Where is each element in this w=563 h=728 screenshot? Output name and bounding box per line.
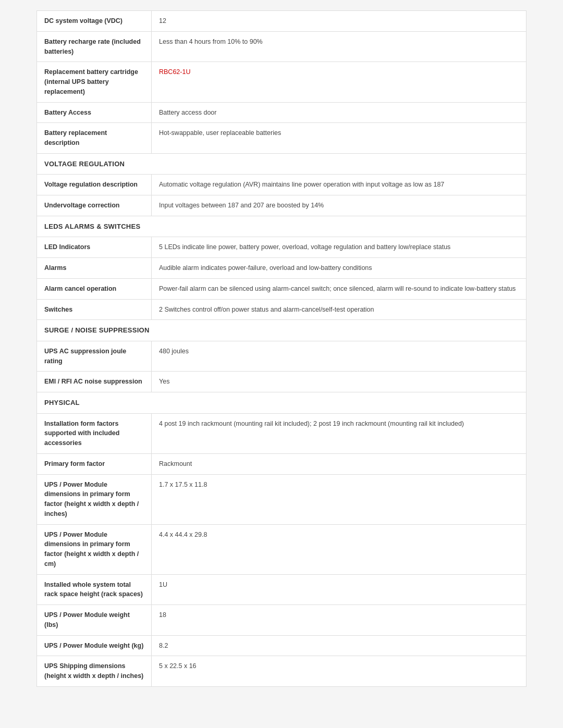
table-row: Installed whole system total rack space … [37,574,527,605]
row-value: Yes [152,372,527,392]
table-row: UPS / Power Module weight (kg)8.2 [37,635,527,656]
row-value: 12 [152,11,527,32]
row-label: Alarms [37,258,152,279]
section-header: SURGE / NOISE SUPPRESSION [37,320,527,341]
table-row: AlarmsAudible alarm indicates power-fail… [37,258,527,279]
row-label: LED Indicators [37,237,152,258]
row-value: 5 x 22.5 x 16 [152,656,527,687]
row-label: UPS / Power Module dimensions in primary… [37,524,152,574]
row-label: Voltage regulation description [37,175,152,195]
table-row: DC system voltage (VDC)12 [37,11,527,32]
row-value: Input voltages between 187 and 207 are b… [152,195,527,216]
row-value: 1.7 x 17.5 x 11.8 [152,474,527,524]
row-label: Battery replacement description [37,123,152,154]
section-header: PHYSICAL [37,392,527,414]
row-value: 1U [152,574,527,605]
row-label: Switches [37,299,152,320]
row-value: Rackmount [152,453,527,474]
row-value: 4.4 x 44.4 x 29.8 [152,524,527,574]
table-row: Installation form factors supported with… [37,413,527,453]
table-row: Primary form factorRackmount [37,453,527,474]
table-row: Battery AccessBattery access door [37,102,527,123]
table-row: Alarm cancel operationPower-fail alarm c… [37,278,527,299]
row-label: Alarm cancel operation [37,278,152,299]
row-label: Installed whole system total rack space … [37,574,152,605]
table-row: LED Indicators5 LEDs indicate line power… [37,237,527,258]
row-label: UPS Shipping dimensions (height x width … [37,656,152,687]
row-value[interactable]: RBC62-1U [152,62,527,102]
section-header: LEDS ALARMS & SWITCHES [37,216,527,237]
row-label: Primary form factor [37,453,152,474]
table-row: Battery recharge rate (included batterie… [37,31,527,62]
section-title: PHYSICAL [37,392,527,414]
row-value: Less than 4 hours from 10% to 90% [152,31,527,62]
row-value: Audible alarm indicates power-failure, o… [152,258,527,279]
row-label: UPS / Power Module dimensions in primary… [37,474,152,524]
row-label: Installation form factors supported with… [37,413,152,453]
row-label: EMI / RFI AC noise suppression [37,372,152,392]
row-value: Hot-swappable, user replaceable batterie… [152,123,527,154]
row-label: Battery recharge rate (included batterie… [37,31,152,62]
row-label: Undervoltage correction [37,195,152,216]
row-value: 8.2 [152,635,527,656]
table-row: Replacement battery cartridge (internal … [37,62,527,102]
row-value: 480 joules [152,341,527,372]
spec-table: DC system voltage (VDC)12Battery recharg… [36,10,527,687]
row-value: Automatic voltage regulation (AVR) maint… [152,175,527,195]
table-row: UPS / Power Module weight (lbs)18 [37,605,527,636]
row-link[interactable]: RBC62-1U [159,68,190,76]
row-value: Power-fail alarm can be silenced using a… [152,278,527,299]
table-row: UPS Shipping dimensions (height x width … [37,656,527,687]
row-label: DC system voltage (VDC) [37,11,152,32]
row-label: UPS / Power Module weight (lbs) [37,605,152,636]
section-header: VOLTAGE REGULATION [37,153,527,175]
table-row: EMI / RFI AC noise suppressionYes [37,372,527,392]
row-label: Replacement battery cartridge (internal … [37,62,152,102]
table-row: UPS / Power Module dimensions in primary… [37,524,527,574]
table-row: UPS / Power Module dimensions in primary… [37,474,527,524]
table-row: UPS AC suppression joule rating480 joule… [37,341,527,372]
row-label: UPS / Power Module weight (kg) [37,635,152,656]
row-value: 5 LEDs indicate line power, battery powe… [152,237,527,258]
row-label: UPS AC suppression joule rating [37,341,152,372]
row-label: Battery Access [37,102,152,123]
table-row: Voltage regulation descriptionAutomatic … [37,175,527,195]
section-title: LEDS ALARMS & SWITCHES [37,216,527,237]
row-value: 2 Switches control off/on power status a… [152,299,527,320]
row-value: Battery access door [152,102,527,123]
row-value: 18 [152,605,527,636]
section-title: VOLTAGE REGULATION [37,153,527,175]
section-title: SURGE / NOISE SUPPRESSION [37,320,527,341]
table-row: Battery replacement descriptionHot-swapp… [37,123,527,154]
table-row: Switches2 Switches control off/on power … [37,299,527,320]
table-row: Undervoltage correctionInput voltages be… [37,195,527,216]
row-value: 4 post 19 inch rackmount (mounting rail … [152,413,527,453]
